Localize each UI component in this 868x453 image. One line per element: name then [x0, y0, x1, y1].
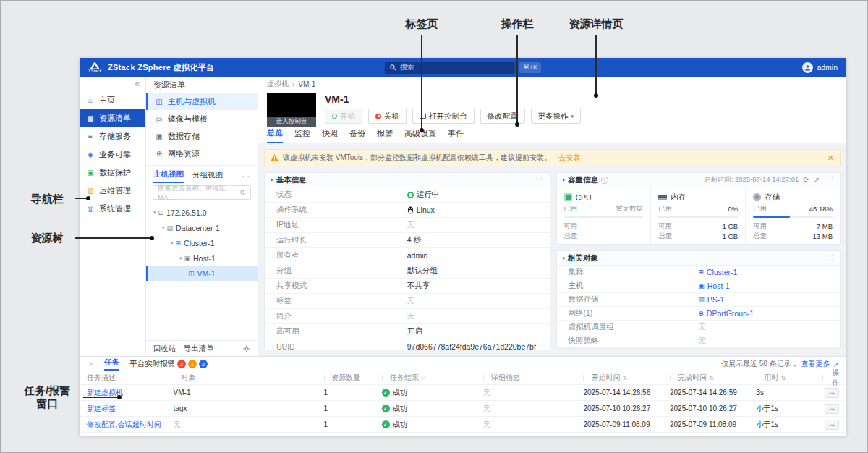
sidebar-item-business[interactable]: ◈ 业务可靠 — [80, 145, 145, 164]
install-vmtools-link[interactable]: 去安装 — [558, 153, 580, 163]
tab-alarm[interactable]: 报警 — [377, 128, 393, 143]
cluster-icon: ⊞ — [176, 240, 182, 247]
task-desc-link[interactable]: 添加虚拟化主机 — [87, 436, 174, 436]
sidebar-item-label: 系统管理 — [99, 203, 131, 214]
tree-node-host[interactable]: ▾ ▣ Host-1 — [146, 250, 258, 266]
row-actions-button[interactable]: ⋯ — [825, 388, 839, 398]
tree-search-placeholder: 搜索资源名称、IP地址、MA... — [158, 184, 240, 201]
right-card-column: ▾ 容量信息 i 更新时间: 2025-07-14 14:27:01 ⟳ ↗ ⋮… — [556, 172, 841, 350]
tree-node-root[interactable]: ▾ ⊞ 172.26.51.0 — [146, 205, 258, 220]
caret-down-icon[interactable]: ▾ — [171, 240, 174, 246]
caret-down-icon[interactable]: ▾ — [563, 177, 566, 183]
datastore-icon: ▣ — [155, 132, 163, 140]
sidebar-item-storage[interactable]: ≡ 存储服务 — [80, 127, 145, 145]
tab-tasks[interactable]: 任务 — [104, 357, 119, 371]
external-link-icon[interactable]: ↗ — [833, 360, 839, 368]
caret-down-icon[interactable]: ▾ — [179, 255, 182, 261]
tab-events[interactable]: 事件 — [448, 128, 464, 143]
os-value: Linux — [417, 206, 435, 214]
refresh-icon[interactable]: ⟳ — [803, 176, 809, 184]
close-icon[interactable]: ✕ — [827, 153, 834, 163]
task-desc-link[interactable]: 修改配置:会话超时时间 — [87, 420, 174, 430]
drag-handle-icon[interactable]: ⋮⋮ — [824, 177, 834, 183]
tab-group-view[interactable]: 分组视图 — [192, 166, 223, 182]
tab-snapshot[interactable]: 快照 — [322, 128, 338, 143]
vm-icon: ◫ — [188, 270, 195, 277]
tab-host-view[interactable]: 主机视图 — [153, 166, 184, 183]
datastore-link[interactable]: PS-1 — [707, 295, 724, 304]
global-search-area: 搜索 ⌘+K — [385, 62, 541, 74]
task-table-header: 任务描述 对象 资源数量 任务结果▽ 详细信息 开始时间⇅ 完成时间⇅ 用时⇅ … — [80, 371, 846, 384]
cpu-usage-bar — [564, 216, 644, 218]
task-desc-link[interactable]: 新建标签 — [87, 404, 174, 414]
resource-item-datastore[interactable]: ▣ 数据存储 — [146, 127, 258, 145]
external-link-icon[interactable]: ↗ — [814, 176, 820, 184]
annotation-line-tabs — [421, 35, 422, 130]
power-off-button[interactable]: 关机 — [368, 109, 407, 124]
success-icon: ✓ — [382, 405, 390, 412]
success-icon: ✓ — [382, 389, 390, 397]
more-actions-button[interactable]: 更多操作 ▾ — [531, 109, 582, 124]
resource-item-label: 网络资源 — [168, 148, 200, 159]
basic-info-card: ▾ 基本信息 ⋮⋮ 状态 运行中 操作系统 — [264, 172, 550, 350]
tree-node-label: Host-1 — [193, 254, 216, 263]
capacity-storage: 存储 已用46.18% 可用7 MB 总量13 MB — [745, 187, 840, 244]
power-on-button[interactable]: 开机 — [325, 109, 362, 124]
view-options-icon[interactable]: ⋮⋮ — [240, 171, 250, 177]
user-menu[interactable]: admin — [802, 62, 838, 73]
resource-item-images[interactable]: ◎ 镜像与模板 — [146, 110, 258, 127]
zstack-logo-text: ZStack — [88, 69, 102, 73]
sidebar-item-system[interactable]: ◎ 系统管理 — [80, 200, 145, 218]
row-actions-button[interactable]: ⋯ — [825, 420, 839, 430]
tree-node-cluster[interactable]: ▾ ⊞ Cluster-1 — [146, 235, 258, 250]
drag-handle-icon[interactable]: ⋮⋮ — [824, 255, 834, 261]
tab-overview[interactable]: 总览 — [267, 127, 283, 143]
tab-backup[interactable]: 备份 — [349, 128, 365, 143]
network-link[interactable]: DPortGroup-1 — [707, 309, 754, 318]
tree-node-datacenter[interactable]: ▾ ▤ Datacenter-1 — [146, 220, 258, 235]
info-row-uptime: 运行时长 4 秒 — [265, 233, 550, 248]
enter-console-button[interactable]: 进入控制台 — [267, 117, 316, 127]
related-row-host: 主机 ▣Host-1 — [557, 279, 841, 293]
modify-config-button[interactable]: 修改配置 — [480, 109, 525, 124]
collapse-panel-icon[interactable]: « — [86, 360, 95, 368]
tab-monitor[interactable]: 监控 — [294, 128, 310, 143]
vm-console-thumbnail[interactable] — [267, 93, 316, 117]
main-row: « ⌂ 主页 ▦ 资源清单 ≡ 存储服务 ◈ 业务可靠 ▣ — [80, 77, 846, 356]
sort-icon[interactable]: ⇅ — [622, 375, 627, 381]
caret-down-icon[interactable]: ▾ — [563, 255, 566, 261]
cluster-link[interactable]: Cluster-1 — [707, 268, 738, 276]
sort-icon[interactable]: ⇅ — [709, 375, 714, 381]
row-actions-button[interactable]: ⋯ — [825, 404, 839, 414]
basic-info-header: ▾ 基本信息 ⋮⋮ — [265, 173, 550, 187]
tree-search-input[interactable]: 搜索资源名称、IP地址、MA... — [153, 185, 251, 200]
zstack-logo[interactable]: ZStack — [88, 62, 102, 73]
sidebar-item-label: 数据保护 — [99, 167, 131, 178]
caret-down-icon[interactable]: ▾ — [271, 177, 273, 183]
global-search-input[interactable]: 搜索 — [385, 62, 515, 74]
host-link[interactable]: Host-1 — [707, 281, 730, 290]
annotation-task-line1: 任务/报警 — [12, 384, 82, 397]
resource-item-hosts-vms[interactable]: ◫ 主机与虚拟机 — [146, 93, 258, 110]
drag-handle-icon[interactable]: ⋮⋮ — [534, 177, 544, 183]
filter-icon[interactable]: ▽ — [421, 375, 425, 381]
shortcut-badge: ⌘+K — [519, 62, 541, 73]
sidebar-item-label: 运维管理 — [99, 185, 131, 196]
caret-down-icon[interactable]: ▾ — [162, 225, 165, 231]
sort-icon[interactable]: ⇅ — [781, 375, 786, 381]
gear-icon[interactable] — [243, 345, 250, 352]
annotation-tabs: 标签页 — [393, 17, 451, 30]
sidebar-collapse-button[interactable]: « — [80, 77, 145, 91]
sidebar-item-home[interactable]: ⌂ 主页 — [80, 91, 145, 109]
tree-node-vm-selected[interactable]: ◫ VM-1 — [146, 266, 258, 281]
resource-item-network[interactable]: ⊕ 网络资源 — [146, 145, 258, 162]
recycle-bin-link[interactable]: 回收站 — [153, 344, 176, 354]
collapse-icon: « — [135, 79, 140, 89]
sidebar-item-data-protect[interactable]: ▣ 数据保护 — [80, 164, 145, 182]
row-actions-button[interactable]: ⋯ — [825, 436, 839, 436]
sidebar-item-resources[interactable]: ▦ 资源清单 — [80, 109, 145, 127]
export-list-link[interactable]: 导出清单 — [184, 344, 214, 354]
breadcrumb-root[interactable]: 虚拟机 — [267, 79, 289, 89]
tab-platform-alarms[interactable]: 平台实时报警 2 1 2 — [129, 359, 208, 369]
caret-down-icon[interactable]: ▾ — [153, 210, 156, 216]
